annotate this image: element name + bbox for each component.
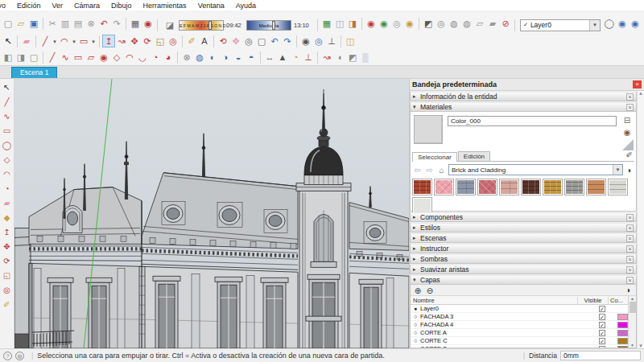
union-icon[interactable]: ◐ <box>206 51 219 64</box>
extension-warehouse-icon[interactable]: ◨ <box>346 17 359 30</box>
layer-row-fachada-4[interactable]: ○FACHADA 4✓ <box>411 321 628 329</box>
shadow-time-slider[interactable]: Mediodía <box>246 20 291 31</box>
layer-row-corte-c[interactable]: ○CORTE C✓ <box>411 337 628 345</box>
layer-tool-2-icon[interactable]: ◉ <box>629 17 642 30</box>
panel-section-instructor[interactable]: ▸Instructor× <box>410 244 637 253</box>
add-layer-icon[interactable]: ⊕ <box>413 286 423 295</box>
menu-ventana[interactable]: Ventana <box>192 2 230 10</box>
eyedropper-icon[interactable]: ✐ <box>626 150 633 159</box>
paste-icon[interactable]: ▤ <box>72 17 85 30</box>
layer-visible-checkbox[interactable]: ✓ <box>599 346 605 348</box>
layer-radio[interactable]: ○ <box>411 322 420 327</box>
tray-close-icon[interactable]: × <box>633 80 642 88</box>
undo-icon[interactable]: ↶ <box>97 17 110 30</box>
rectangle-flyout[interactable]: ▾ <box>90 35 97 47</box>
scene-tab[interactable]: Escena 1 <box>11 67 57 78</box>
material-swatch-pink-stone[interactable] <box>499 179 519 195</box>
layer-color-swatch[interactable] <box>617 314 628 320</box>
offset-icon[interactable]: ◎ <box>1 284 13 296</box>
layer-color-swatch[interactable] <box>617 330 628 336</box>
fog-icon[interactable]: ▒ <box>359 51 372 64</box>
layer-color-swatch[interactable] <box>617 322 628 328</box>
zoom-extents-icon[interactable]: ▢ <box>255 35 268 47</box>
section-close-icon[interactable]: × <box>626 93 634 101</box>
arc-icon[interactable]: ◠ <box>123 51 136 64</box>
section-close-icon[interactable]: × <box>626 245 634 253</box>
material-swatch-gold-brick[interactable] <box>543 179 563 195</box>
material-swatch-pink-tile[interactable] <box>434 179 454 195</box>
toggle-shadows-icon[interactable]: ◪ <box>163 19 176 31</box>
shadows-dialog-icon[interactable]: ◩ <box>346 51 359 64</box>
rectangle-icon[interactable]: ▭ <box>1 125 13 137</box>
menu-ayuda[interactable]: Ayuda <box>230 2 262 10</box>
trim-icon[interactable]: ◒ <box>232 51 245 64</box>
three-point-arc-icon[interactable]: ◔ <box>149 51 162 64</box>
select-icon[interactable]: ↖ <box>1 81 13 93</box>
material-red-icon[interactable]: ◉ <box>365 17 378 30</box>
share-model-icon[interactable]: ◫ <box>333 17 346 30</box>
layer-visible-checkbox[interactable]: ✓ <box>599 314 605 320</box>
column-nombre[interactable]: Nombre <box>411 297 578 304</box>
details-arrow-icon[interactable]: ◗ <box>624 286 634 294</box>
menu-edición[interactable]: Edición <box>11 2 47 10</box>
zoom-icon[interactable]: ◎ <box>242 35 255 47</box>
layer-visible-checkbox[interactable]: ✓ <box>599 330 605 336</box>
dimensions-icon[interactable]: ↔ <box>263 51 276 64</box>
rectangle-icon[interactable]: ▭ <box>77 35 90 47</box>
material-green-icon[interactable]: ◉ <box>378 17 390 30</box>
tape-measure-icon[interactable]: ✐ <box>185 35 198 47</box>
pie-icon[interactable]: ◔ <box>1 183 13 195</box>
text-icon[interactable]: A <box>198 35 211 47</box>
help-icon[interactable]: ? <box>3 352 12 360</box>
section-close-icon[interactable]: × <box>626 277 634 284</box>
material-swatch-gray-brick[interactable] <box>564 179 584 195</box>
collection-dropdown[interactable]: Brick and Cladding ▼ <box>448 164 623 175</box>
arc-icon[interactable]: ◠ <box>1 168 13 180</box>
outer-shell-icon[interactable]: ◍ <box>193 51 206 64</box>
circle-icon[interactable]: ◯ <box>1 139 13 151</box>
column-visible[interactable]: Visible <box>578 297 609 304</box>
push-pull-icon[interactable]: ↥ <box>1 226 13 238</box>
layer-tool-1-icon[interactable]: ◉ <box>616 17 629 30</box>
component-1-icon[interactable]: ◩ <box>422 17 435 30</box>
soften-edges-icon[interactable]: ◖ <box>333 51 346 64</box>
3d-warehouse-icon[interactable]: ▦ <box>320 17 333 30</box>
layer-radio[interactable]: ● <box>411 306 420 311</box>
layer-visible-checkbox[interactable]: ✓ <box>599 306 605 312</box>
layers-scrollbar[interactable]: ▲ ▼ <box>628 296 636 348</box>
3d-text-icon[interactable]: ▲ <box>276 51 289 64</box>
chevron-down-icon[interactable]: ▼ <box>613 165 622 175</box>
home-icon[interactable]: ⌂ <box>436 166 447 175</box>
material-swatch-red-brick[interactable] <box>412 179 432 195</box>
polygon-icon[interactable]: ◇ <box>1 154 13 166</box>
panel-section-materiales[interactable]: ▾ Materiales × <box>410 102 637 112</box>
tape-measure-icon[interactable]: ✐ <box>1 298 13 311</box>
layer-row-corte-a[interactable]: ○CORTE A✓ <box>411 329 628 337</box>
offset-icon[interactable]: ◎ <box>167 35 180 47</box>
new-file-icon[interactable]: ▢ <box>2 17 14 30</box>
layer-row-layer0[interactable]: ●Layer0✓ <box>411 305 628 313</box>
layer-radio[interactable]: ○ <box>411 314 420 319</box>
shadow-date-slider[interactable]: EFMAMJJASOND <box>179 20 224 31</box>
print-icon[interactable]: ▦ <box>129 17 142 30</box>
section-close-icon[interactable]: × <box>626 235 634 242</box>
tab-edicion[interactable]: Edición <box>458 151 490 161</box>
next-view-icon[interactable]: ↷ <box>281 35 294 47</box>
column-color[interactable]: Co... <box>609 297 628 304</box>
material-swatch-stone-block[interactable] <box>456 179 476 195</box>
layer-radio[interactable]: ○ <box>411 330 420 335</box>
material-gray-icon[interactable]: ◎ <box>390 17 403 30</box>
protractor-icon[interactable]: ◔ <box>289 51 302 64</box>
scale-icon[interactable]: ◱ <box>154 35 167 47</box>
redo-icon[interactable]: ↷ <box>110 17 123 30</box>
paint-bucket-icon[interactable]: ◆ <box>1 212 13 224</box>
shadow-time-value[interactable]: 13:10 <box>294 22 312 29</box>
material-swatch-rose-paver[interactable] <box>477 179 497 195</box>
section-close-icon[interactable]: × <box>626 224 634 232</box>
follow-me-icon[interactable]: ↝ <box>320 51 333 64</box>
subtract-icon[interactable]: ◑ <box>219 51 232 64</box>
freehand-icon[interactable]: ∿ <box>59 51 72 64</box>
move-icon[interactable]: ✥ <box>1 241 13 253</box>
layer-row-corte-b[interactable]: ○CORTE B✓ <box>411 345 628 348</box>
split-icon[interactable]: ◓ <box>245 51 258 64</box>
